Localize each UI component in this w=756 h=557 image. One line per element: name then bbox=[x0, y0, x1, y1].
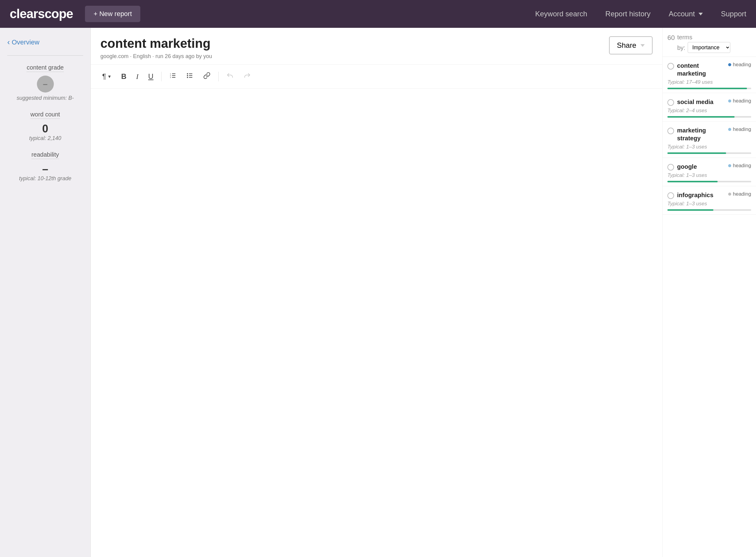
svg-point-9 bbox=[187, 73, 188, 75]
content-grade-sub: suggested minimum: B- bbox=[7, 95, 83, 101]
overview-link[interactable]: Overview bbox=[7, 37, 83, 47]
term-item-content-marketing: contentmarketing heading Typical: 17–49 … bbox=[663, 57, 756, 93]
paragraph-dropdown-icon: ▼ bbox=[107, 74, 112, 79]
undo-button[interactable] bbox=[222, 69, 238, 84]
term-badge-infographics: heading bbox=[728, 191, 751, 197]
editor-body[interactable] bbox=[91, 89, 662, 557]
term-radio-google[interactable] bbox=[667, 164, 674, 171]
term-bar-google bbox=[667, 181, 751, 182]
readability-label: readability bbox=[31, 151, 59, 159]
redo-button[interactable] bbox=[239, 69, 255, 84]
readability-value: – bbox=[7, 163, 83, 175]
nav-support[interactable]: Support bbox=[721, 10, 746, 18]
report-info: content marketing google.com · English ·… bbox=[100, 36, 212, 60]
share-chevron-icon bbox=[640, 44, 645, 47]
term-name-social-media: social media bbox=[677, 98, 725, 106]
term-item-marketing-strategy: marketingstrategy heading Typical: 1–3 u… bbox=[663, 122, 756, 158]
term-typical-content-marketing: Typical: 17–49 uses bbox=[667, 79, 751, 85]
main-layout: Overview content grade – suggested minim… bbox=[0, 28, 756, 557]
terms-sort-by-label: by: bbox=[677, 45, 685, 51]
readability-metric: readability – typical: 10-12th grade bbox=[7, 151, 83, 182]
badge-dot-icon bbox=[728, 164, 731, 167]
account-chevron-icon bbox=[699, 13, 703, 16]
svg-text:3: 3 bbox=[170, 77, 171, 78]
term-badge-content-marketing: heading bbox=[728, 62, 751, 68]
term-name-marketing-strategy: marketingstrategy bbox=[677, 126, 725, 142]
word-count-label: word count bbox=[31, 111, 60, 119]
term-name-google: google bbox=[677, 163, 725, 171]
toolbar-divider-2 bbox=[218, 72, 219, 81]
term-typical-marketing-strategy: Typical: 1–3 uses bbox=[667, 144, 751, 150]
term-radio-infographics[interactable] bbox=[667, 192, 674, 199]
report-title: content marketing bbox=[100, 36, 212, 51]
term-bar-infographics bbox=[667, 209, 751, 211]
term-bar-social-media bbox=[667, 116, 751, 118]
term-typical-google: Typical: 1–3 uses bbox=[667, 172, 751, 178]
svg-point-11 bbox=[187, 77, 188, 78]
report-header: content marketing google.com · English ·… bbox=[91, 28, 662, 65]
content-grade-value: – bbox=[37, 76, 54, 92]
content-grade-metric: content grade – suggested minimum: B- bbox=[7, 64, 83, 101]
editor-toolbar: ¶ ▼ B I U 123 bbox=[91, 65, 662, 89]
word-count-metric: word count 0 typical: 2,140 bbox=[7, 111, 83, 142]
nav-report-history[interactable]: Report history bbox=[605, 10, 650, 18]
badge-dot-icon bbox=[728, 63, 731, 66]
new-report-button[interactable]: + New report bbox=[85, 6, 140, 22]
unordered-list-button[interactable] bbox=[182, 69, 198, 84]
term-radio-content-marketing[interactable] bbox=[667, 63, 674, 69]
term-item-google: google heading Typical: 1–3 uses bbox=[663, 158, 756, 186]
term-badge-marketing-strategy: heading bbox=[728, 126, 751, 133]
word-count-sub: typical: 2,140 bbox=[7, 135, 83, 142]
terms-count: 60 bbox=[667, 34, 675, 42]
sidebar-divider bbox=[7, 55, 83, 56]
nav-account[interactable]: Account bbox=[669, 10, 703, 18]
navbar: clearscope + New report Keyword search R… bbox=[0, 0, 756, 28]
nav-keyword-search[interactable]: Keyword search bbox=[535, 10, 587, 18]
terms-label: terms bbox=[677, 34, 751, 41]
paragraph-button[interactable]: ¶ ▼ bbox=[98, 70, 116, 83]
share-button[interactable]: Share bbox=[609, 36, 652, 54]
term-badge-social-media: heading bbox=[728, 98, 751, 104]
badge-dot-icon bbox=[728, 99, 731, 102]
terms-panel: 60 terms by: Importance Alphabetical Usa… bbox=[662, 28, 756, 557]
term-typical-social-media: Typical: 2–4 uses bbox=[667, 108, 751, 114]
logo: clearscope bbox=[10, 7, 73, 21]
term-badge-google: heading bbox=[728, 163, 751, 169]
ordered-list-button[interactable]: 123 bbox=[165, 69, 181, 84]
term-radio-marketing-strategy[interactable] bbox=[667, 127, 674, 134]
term-item-infographics: infographics heading Typical: 1–3 uses bbox=[663, 186, 756, 215]
nav-links: Keyword search Report history Account Su… bbox=[535, 10, 746, 18]
svg-point-10 bbox=[187, 75, 188, 76]
term-bar-content-marketing bbox=[667, 88, 751, 89]
term-item-social-media: social media heading Typical: 2–4 uses bbox=[663, 93, 756, 122]
report-meta: google.com · English · run 26 days ago b… bbox=[100, 53, 212, 60]
term-name-infographics: infographics bbox=[677, 191, 725, 199]
bold-button[interactable]: B bbox=[117, 70, 130, 83]
term-name-content-marketing: contentmarketing bbox=[677, 62, 725, 78]
badge-dot-icon bbox=[728, 128, 731, 131]
link-button[interactable] bbox=[199, 69, 215, 84]
term-radio-social-media[interactable] bbox=[667, 99, 674, 106]
italic-button[interactable]: I bbox=[132, 70, 143, 83]
term-typical-infographics: Typical: 1–3 uses bbox=[667, 201, 751, 207]
readability-sub: typical: 10-12th grade bbox=[7, 175, 83, 182]
term-bar-marketing-strategy bbox=[667, 152, 751, 154]
sidebar: Overview content grade – suggested minim… bbox=[0, 28, 91, 557]
underline-button[interactable]: U bbox=[144, 70, 157, 83]
word-count-value: 0 bbox=[7, 122, 83, 135]
badge-dot-icon bbox=[728, 193, 731, 196]
terms-sort-select[interactable]: Importance Alphabetical Usage bbox=[688, 42, 730, 53]
content-area: content marketing google.com · English ·… bbox=[91, 28, 662, 557]
toolbar-divider-1 bbox=[161, 72, 162, 81]
terms-header: 60 terms by: Importance Alphabetical Usa… bbox=[663, 28, 756, 57]
content-grade-label: content grade bbox=[27, 64, 63, 72]
